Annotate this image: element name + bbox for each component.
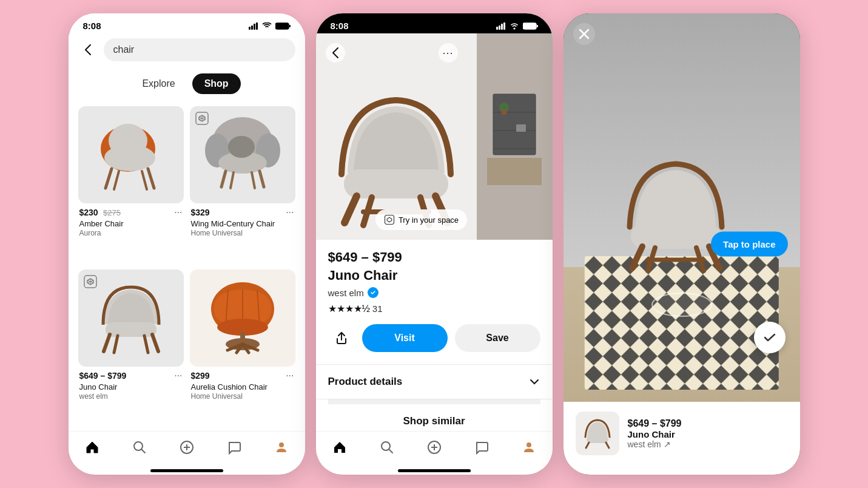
amber-more-button[interactable]: ··· bbox=[174, 207, 182, 218]
status-time-1: 8:08 bbox=[83, 21, 101, 31]
juno-hero-image bbox=[317, 84, 475, 230]
nav-profile-2[interactable] bbox=[514, 438, 543, 457]
product-card-aurelia[interactable]: $299 ··· Aurelia Cushion Chair Home Univ… bbox=[187, 267, 298, 429]
svg-rect-5 bbox=[289, 25, 291, 27]
amber-price: $230 bbox=[79, 208, 98, 217]
nav-add-2[interactable] bbox=[420, 438, 449, 457]
search-bar-row bbox=[69, 33, 305, 69]
battery-icon bbox=[275, 22, 291, 30]
chevron-down-icon bbox=[528, 376, 540, 388]
visit-button[interactable]: Visit bbox=[362, 324, 448, 352]
ar-view[interactable]: Tap to place bbox=[564, 13, 800, 475]
aurelia-more-button[interactable]: ··· bbox=[286, 370, 294, 381]
explore-button[interactable]: Explore bbox=[132, 73, 184, 94]
amber-name: Amber Chair bbox=[79, 219, 183, 228]
svg-rect-52 bbox=[496, 27, 498, 30]
home-indicator-2 bbox=[398, 469, 471, 472]
nav-home-1[interactable] bbox=[78, 438, 107, 457]
svg-rect-71 bbox=[516, 124, 526, 132]
ar-product-name: Juno Chair bbox=[628, 429, 788, 439]
svg-rect-91 bbox=[587, 436, 608, 443]
amber-store: Aurora bbox=[79, 229, 183, 237]
status-icons-2 bbox=[496, 22, 538, 30]
nav-add-1[interactable] bbox=[172, 438, 201, 457]
product-card-wing[interactable]: $329 ··· Wing Mid-Century Chair Home Uni… bbox=[187, 104, 298, 266]
profile-icon-1 bbox=[274, 440, 289, 455]
ar-product-store: west elm ↗ bbox=[628, 439, 788, 449]
nav-messages-1[interactable] bbox=[220, 438, 249, 457]
search-icon-2 bbox=[380, 440, 394, 455]
svg-rect-57 bbox=[523, 23, 536, 29]
products-grid: $230 $275 ··· Amber Chair Aurora bbox=[69, 101, 305, 431]
nav-search-2[interactable] bbox=[372, 438, 402, 457]
messages-icon-2 bbox=[474, 440, 489, 455]
wing-more-button[interactable]: ··· bbox=[286, 207, 294, 218]
home-icon-2 bbox=[332, 440, 347, 455]
save-button-detail[interactable]: Save bbox=[455, 324, 540, 352]
aurelia-price: $299 bbox=[191, 371, 210, 381]
svg-rect-72 bbox=[487, 158, 542, 185]
action-row: Visit Save bbox=[328, 324, 540, 352]
detail-store-row: west elm bbox=[328, 287, 540, 298]
ar-product-price: $649 – $799 bbox=[628, 418, 788, 429]
product-card-juno[interactable]: $649 – $799 ··· Juno Chair west elm bbox=[76, 267, 186, 429]
bottom-nav-1 bbox=[69, 431, 305, 469]
svg-line-93 bbox=[606, 442, 609, 448]
ar-close-button[interactable] bbox=[573, 23, 595, 45]
product-img-amber bbox=[78, 106, 184, 203]
search-icon-1 bbox=[132, 440, 147, 455]
wing-chair-image bbox=[200, 115, 285, 194]
try-in-space-button[interactable]: Try in your space bbox=[375, 209, 467, 230]
wing-store: Home Universal bbox=[191, 229, 294, 237]
wing-price: $329 bbox=[191, 208, 210, 217]
shop-button[interactable]: Shop bbox=[192, 73, 241, 94]
share-button[interactable] bbox=[328, 325, 355, 351]
aurelia-name: Aurelia Cushion Chair bbox=[191, 382, 294, 391]
ar-thumb-image bbox=[579, 416, 616, 450]
hero-side-area bbox=[477, 33, 553, 240]
svg-rect-70 bbox=[502, 110, 506, 115]
ar-product-thumbnail bbox=[576, 412, 619, 455]
shop-similar-row[interactable]: Shop similar bbox=[328, 399, 540, 431]
wing-name: Wing Mid-Century Chair bbox=[191, 219, 294, 228]
phone-search: 8:08 Explore Shop bbox=[69, 13, 305, 475]
svg-line-47 bbox=[141, 449, 145, 453]
amber-price-old: $275 bbox=[103, 208, 121, 217]
add-icon-2 bbox=[427, 440, 442, 455]
svg-rect-30 bbox=[106, 322, 156, 337]
dots-button-detail[interactable]: ··· bbox=[439, 43, 458, 63]
nav-profile-1[interactable] bbox=[267, 438, 296, 457]
status-bar-1: 8:08 bbox=[69, 13, 305, 33]
ar-placement-circle bbox=[651, 293, 712, 317]
svg-line-34 bbox=[144, 336, 148, 353]
aurelia-product-info: $299 ··· Aurelia Cushion Chair Home Univ… bbox=[190, 367, 295, 402]
ar-checkmark-button[interactable] bbox=[754, 322, 786, 353]
svg-line-9 bbox=[106, 169, 112, 188]
product-img-wing bbox=[190, 106, 295, 203]
signal-icon-2 bbox=[496, 22, 506, 30]
detail-price: $649 – $799 bbox=[328, 249, 540, 265]
phone-product-detail: 8:08 ··· bbox=[316, 13, 553, 475]
nav-messages-2[interactable] bbox=[467, 438, 496, 457]
product-img-aurelia bbox=[190, 269, 295, 367]
aurelia-store: Home Universal bbox=[191, 392, 294, 401]
product-hero: ··· bbox=[316, 33, 553, 240]
ar-product-card[interactable]: $649 – $799 Juno Chair west elm ↗ bbox=[564, 402, 800, 475]
back-button-search[interactable] bbox=[78, 40, 98, 59]
back-button-detail[interactable] bbox=[326, 43, 345, 63]
profile-icon-2 bbox=[522, 440, 536, 455]
status-icons-1 bbox=[249, 22, 291, 30]
nav-search-1[interactable] bbox=[125, 438, 154, 457]
search-input[interactable] bbox=[104, 38, 295, 61]
juno-more-button[interactable]: ··· bbox=[174, 370, 182, 381]
tap-to-place-button[interactable]: Tap to place bbox=[711, 232, 787, 257]
aurelia-chair-image bbox=[200, 279, 285, 358]
detail-store: west elm bbox=[328, 288, 364, 298]
wing-product-info: $329 ··· Wing Mid-Century Chair Home Uni… bbox=[190, 203, 295, 239]
product-card-amber[interactable]: $230 $275 ··· Amber Chair Aurora bbox=[76, 104, 186, 266]
product-details-row[interactable]: Product details bbox=[328, 365, 540, 399]
nav-home-2[interactable] bbox=[325, 438, 354, 457]
svg-rect-82 bbox=[584, 256, 778, 390]
phone-ar-view: Tap to place bbox=[564, 13, 800, 475]
checkmark-icon bbox=[370, 290, 376, 296]
